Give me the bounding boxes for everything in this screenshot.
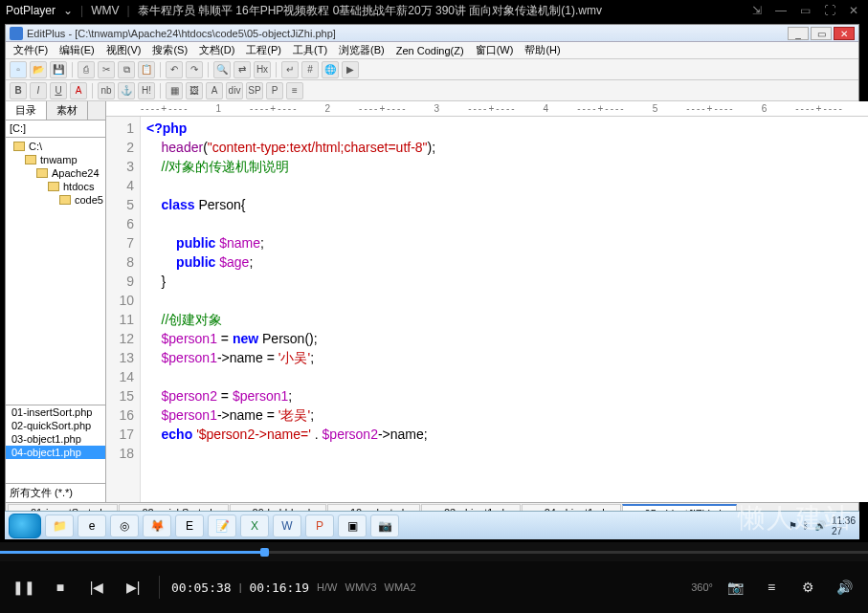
code-lines[interactable]: <?php header("content-type:text/html;cha… [141,117,441,502]
menu-item[interactable]: 帮助(H) [521,43,564,57]
code-line[interactable]: <?php [146,119,435,138]
code-line[interactable]: //对象的传递机制说明 [146,157,435,176]
minimize-icon[interactable]: — [771,4,790,17]
code-line[interactable]: } [146,272,435,291]
wrap-icon[interactable]: ↵ [281,61,299,78]
tree-node[interactable]: Apache24 [8,166,103,180]
chevron-down-icon[interactable]: ⌄ [63,4,73,17]
code-line[interactable] [146,291,435,310]
menu-item[interactable]: 文档(D) [195,43,238,57]
drive-selector[interactable]: [C:] [6,120,105,138]
taskbar-editplus-icon[interactable]: E [175,514,204,537]
prev-button[interactable]: |◀ [82,573,111,602]
taskbar-chrome-icon[interactable]: ◎ [110,514,139,537]
div-icon[interactable]: div [226,82,243,99]
open-file-icon[interactable]: 📂 [30,61,47,78]
code-line[interactable]: class Person{ [146,195,435,214]
list-icon[interactable]: ≡ [286,82,303,99]
paste-icon[interactable]: 📋 [138,61,155,78]
taskbar-notepad-icon[interactable]: 📝 [208,514,236,537]
tree-node[interactable]: C:\ [8,140,103,153]
taskbar-app-icon[interactable]: ▣ [338,514,367,537]
print-icon[interactable]: ⎙ [78,61,95,78]
table-icon[interactable]: ▦ [166,82,183,99]
code-line[interactable]: $person1 = new Person(); [146,329,435,348]
playback-progress[interactable] [0,542,868,561]
code-line[interactable] [146,214,435,233]
hex-icon[interactable]: Hx [254,61,271,78]
link-icon[interactable]: A [206,82,223,99]
code-line[interactable]: public $name; [146,233,435,252]
file-item[interactable]: 02-quickSort.php [6,419,105,432]
image-icon[interactable]: 🖼 [186,82,203,99]
fullscreen-icon[interactable]: ⛶ [820,4,839,17]
pause-button[interactable]: ❚❚ [10,573,38,602]
code-line[interactable] [146,444,435,463]
browser-icon[interactable]: 🌐 [322,61,339,78]
tree-node[interactable]: htdocs [8,180,103,193]
pin-icon[interactable]: ⇲ [748,4,766,17]
run-icon[interactable]: ▶ [342,61,359,78]
file-item[interactable]: 03-object1.php [6,432,105,446]
bold-icon[interactable]: B [10,82,27,99]
sidebar-tab-cliptext[interactable]: 素材 [47,101,88,120]
file-item[interactable]: 01-insertSort.php [6,405,105,419]
file-filter[interactable]: 所有文件 (*.*) [6,483,105,502]
code-editor[interactable]: ----+----1----+----2----+----3----+----4… [106,101,868,502]
heading-icon[interactable]: H! [138,82,155,99]
tree-node[interactable]: tnwamp [8,153,103,166]
close-icon[interactable]: ✕ [845,4,862,17]
menu-item[interactable]: 搜索(S) [148,43,191,57]
code-line[interactable]: //创建对象 [146,310,435,329]
para-icon[interactable]: P [266,82,283,99]
ep-minimize-icon[interactable]: _ [788,27,809,40]
code-line[interactable] [146,176,435,195]
ep-close-icon[interactable]: ✕ [834,27,855,40]
menu-item[interactable]: 窗口(W) [472,43,518,57]
code-line[interactable]: $person1->name = '小吴'; [146,348,435,367]
code-line[interactable]: $person1->name = '老吴'; [146,405,435,425]
italic-icon[interactable]: I [30,82,47,99]
taskbar-explorer-icon[interactable]: 📁 [45,514,74,537]
taskbar-powerpoint-icon[interactable]: P [305,514,334,537]
taskbar-excel-icon[interactable]: X [240,514,269,537]
code-line[interactable]: $person2 = $person1; [146,386,435,405]
menu-item[interactable]: 文件(F) [10,43,52,57]
linenum-icon[interactable]: # [301,61,319,78]
capture-icon[interactable]: 📷 [721,573,749,602]
code-line[interactable]: public $age; [146,252,435,272]
copy-icon[interactable]: ⧉ [118,61,135,78]
menu-item[interactable]: 工程(P) [242,43,285,57]
file-list[interactable]: 01-insertSort.php02-quickSort.php03-obje… [6,405,105,483]
color-icon[interactable]: A [70,82,87,99]
stop-button[interactable]: ■ [46,573,75,602]
menu-item[interactable]: 浏览器(B) [335,43,389,57]
save-icon[interactable]: 💾 [50,61,67,78]
maximize-icon[interactable]: ▭ [796,4,814,17]
taskbar-word-icon[interactable]: W [273,514,301,537]
underline-icon[interactable]: U [50,82,67,99]
ep-maximize-icon[interactable]: ▭ [811,27,832,40]
taskbar-ie-icon[interactable]: e [78,514,106,537]
anchor-icon[interactable]: ⚓ [118,82,135,99]
video-viewport[interactable]: EditPlus - [C:\tnwamp\Apache24\htdocs\co… [0,21,868,542]
code-line[interactable] [146,367,435,386]
menu-item[interactable]: 编辑(E) [56,43,99,57]
redo-icon[interactable]: ↷ [186,61,203,78]
file-item[interactable]: 04-object1.php [6,446,105,459]
tree-node[interactable]: code5 [8,193,103,207]
volume-icon[interactable]: 🔊 [830,573,858,602]
taskbar-camera-icon[interactable]: 📷 [370,514,399,537]
code-line[interactable]: header("content-type:text/html;charset=u… [146,138,435,157]
replace-icon[interactable]: ⇄ [234,61,251,78]
nbsp-icon[interactable]: nb [98,82,115,99]
menu-item[interactable]: 视图(V) [102,43,145,57]
new-file-icon[interactable]: ▫ [10,61,27,78]
cut-icon[interactable]: ✂ [98,61,115,78]
undo-icon[interactable]: ↶ [166,61,183,78]
span-icon[interactable]: SP [246,82,263,99]
menu-item[interactable]: 工具(T) [289,43,331,57]
vr-label[interactable]: 360° [691,581,713,593]
sidebar-tab-directory[interactable]: 目录 [6,101,47,120]
code-line[interactable]: echo '$person2->name=' . $person2->name; [146,425,435,444]
